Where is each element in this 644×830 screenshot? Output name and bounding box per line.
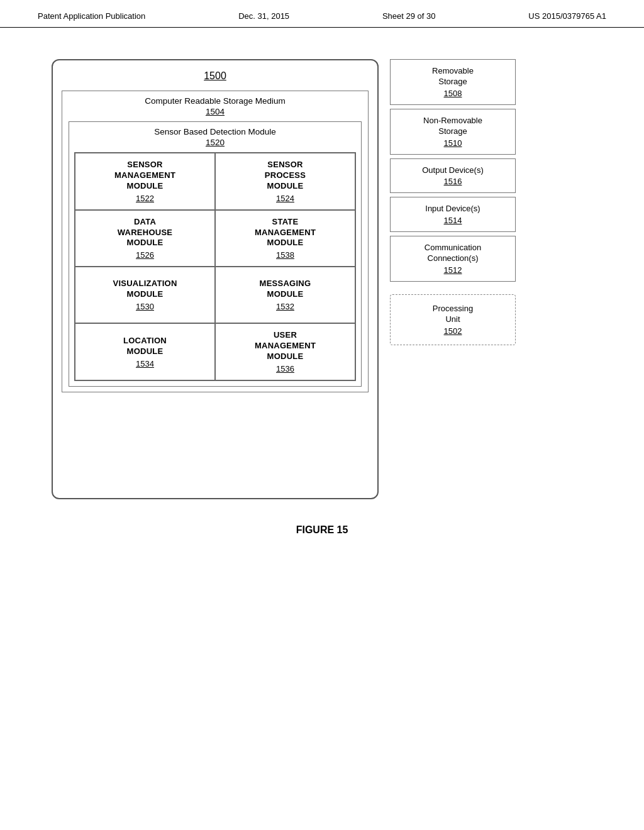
header-patent: US 2015/0379765 A1: [528, 11, 606, 21]
module-name-1536: USER MANAGEMENT MODULE: [255, 330, 316, 362]
sensor-detection-label: Sensor Based Detection Module: [74, 127, 356, 136]
header-date: Dec. 31, 2015: [238, 11, 289, 21]
module-name-1538: STATE MANAGEMENT MODULE: [255, 217, 316, 249]
module-cell-1526: DATA WAREHOUSE MODULE 1526: [75, 210, 215, 267]
module-cell-1536: USER MANAGEMENT MODULE 1536: [215, 323, 355, 380]
right-box-1502: Processing Unit 1502: [390, 294, 516, 345]
outer-box-label: 1500: [62, 70, 369, 82]
module-name-1526: DATA WAREHOUSE MODULE: [118, 217, 173, 249]
storage-medium-number: 1504: [69, 107, 362, 116]
right-column: Removable Storage 1508 Non-Removable Sto…: [390, 59, 516, 499]
module-name-1532: MESSAGING MODULE: [260, 279, 311, 300]
module-grid: SENSOR MANAGEMENT MODULE 1522 SENSOR PRO…: [74, 152, 356, 381]
header-sheet: Sheet 29 of 30: [382, 11, 436, 21]
module-name-1534: LOCATION MODULE: [123, 336, 167, 357]
module-cell-1538: STATE MANAGEMENT MODULE 1538: [215, 210, 355, 267]
module-cell-1532: MESSAGING MODULE 1532: [215, 267, 355, 323]
right-box-1508: Removable Storage 1508: [390, 59, 516, 105]
right-box-label-1512: Communication Connection(s): [397, 243, 509, 264]
right-box-num-1508: 1508: [397, 89, 509, 98]
module-name-1524: SENSOR PROCESS MODULE: [265, 160, 306, 192]
right-box-num-1510: 1510: [397, 138, 509, 148]
right-box-label-1514: Input Device(s): [397, 204, 509, 214]
module-num-1526: 1526: [136, 250, 154, 260]
right-box-1516: Output Device(s) 1516: [390, 158, 516, 194]
right-box-num-1502: 1502: [397, 326, 509, 336]
module-cell-1534: LOCATION MODULE 1534: [75, 323, 215, 380]
module-num-1538: 1538: [276, 250, 294, 260]
right-box-label-1510: Non-Removable Storage: [397, 116, 509, 137]
right-box-1512: Communication Connection(s) 1512: [390, 236, 516, 282]
sensor-detection-number: 1520: [74, 138, 356, 147]
right-box-1514: Input Device(s) 1514: [390, 197, 516, 232]
figure-label: FIGURE 15: [296, 524, 348, 536]
module-num-1530: 1530: [136, 302, 154, 311]
module-num-1532: 1532: [276, 302, 294, 311]
module-num-1536: 1536: [276, 364, 294, 374]
right-box-num-1512: 1512: [397, 265, 509, 275]
module-name-1522: SENSOR MANAGEMENT MODULE: [114, 160, 175, 192]
right-box-label-1508: Removable Storage: [397, 66, 509, 87]
page-header: Patent Application Publication Dec. 31, …: [0, 0, 644, 28]
right-box-num-1514: 1514: [397, 216, 509, 225]
outer-box-1500: 1500 Computer Readable Storage Medium 15…: [52, 59, 379, 499]
page-content: 1500 Computer Readable Storage Medium 15…: [0, 28, 644, 561]
diagram-wrapper: 1500 Computer Readable Storage Medium 15…: [52, 53, 592, 499]
module-cell-1524: SENSOR PROCESS MODULE 1524: [215, 153, 355, 210]
right-box-label-1516: Output Device(s): [397, 165, 509, 176]
right-box-1510: Non-Removable Storage 1510: [390, 109, 516, 155]
module-cell-1522: SENSOR MANAGEMENT MODULE 1522: [75, 153, 215, 210]
storage-medium-label: Computer Readable Storage Medium: [69, 96, 362, 106]
right-box-label-1502: Processing Unit: [397, 304, 509, 325]
right-box-num-1516: 1516: [397, 177, 509, 186]
header-publication: Patent Application Publication: [38, 11, 145, 21]
module-num-1522: 1522: [136, 194, 154, 203]
main-diagram: 1500 Computer Readable Storage Medium 15…: [52, 59, 592, 499]
storage-medium-box: Computer Readable Storage Medium 1504 Se…: [62, 91, 369, 392]
sensor-detection-box: Sensor Based Detection Module 1520 SENSO…: [69, 121, 362, 387]
module-num-1524: 1524: [276, 194, 294, 203]
module-cell-1530: VISUALIZATION MODULE 1530: [75, 267, 215, 323]
module-num-1534: 1534: [136, 359, 154, 368]
module-name-1530: VISUALIZATION MODULE: [113, 279, 177, 300]
